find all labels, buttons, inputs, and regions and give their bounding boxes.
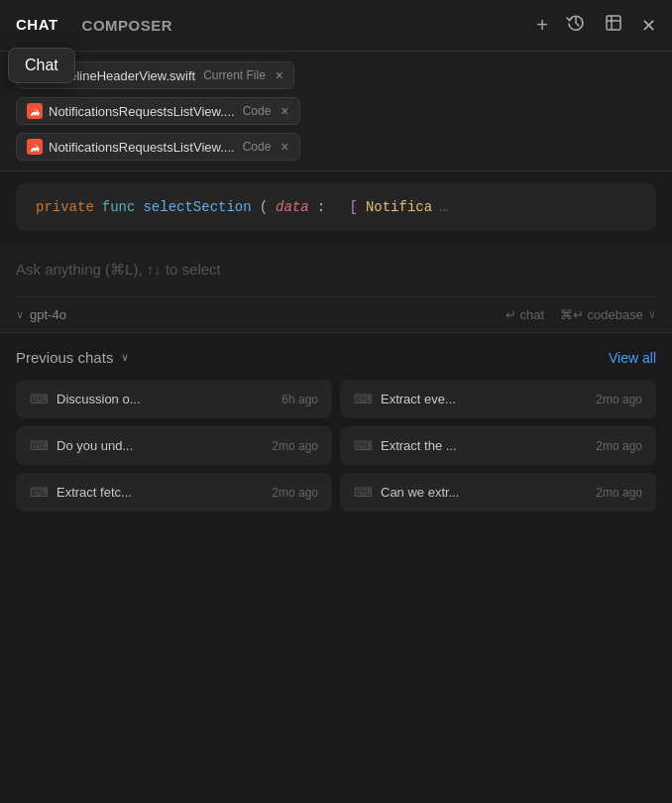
- chat-item-time-3: 2mo ago: [596, 439, 642, 453]
- file-tag-row-2: NotificationsRequestsListView.... Code ×: [16, 97, 656, 125]
- input-footer: ∨ gpt-4o ↵ chat ⌘↵ codebase ∨: [16, 296, 656, 322]
- action-chat[interactable]: ↵ chat: [505, 307, 544, 322]
- code-block: private func selectSection(data: [Notifi…: [16, 183, 656, 231]
- chat-item-4[interactable]: ⌨ Extract fetc... 2mo ago: [16, 473, 332, 512]
- param-name: data: [276, 199, 309, 215]
- chat-grid: ⌨ Discussion o... 6h ago ⌨ Extract eve..…: [16, 380, 656, 512]
- input-actions: ↵ chat ⌘↵ codebase ∨: [505, 307, 656, 322]
- prev-chats-chevron: ∨: [121, 351, 129, 364]
- chat-item-title-0: Discussion o...: [56, 392, 274, 406]
- file-tag-1-close[interactable]: ×: [276, 67, 283, 83]
- file-tag-3[interactable]: NotificationsRequestsListView.... Code ×: [16, 133, 300, 161]
- chat-item-title-3: Extract the ...: [381, 438, 588, 453]
- chat-item-3[interactable]: ⌨ Extract the ... 2mo ago: [340, 426, 656, 465]
- bracket-open: [: [349, 199, 357, 215]
- model-name: gpt-4o: [30, 307, 66, 322]
- prev-chats-label: Previous chats: [16, 349, 113, 366]
- action-chat-label: ↵ chat: [505, 307, 544, 322]
- function-name: selectSection: [143, 199, 251, 215]
- history-icon[interactable]: [566, 13, 586, 38]
- input-area: Ask anything (⌘L), ↑↓ to select ∨ gpt-4o…: [0, 243, 672, 332]
- svg-rect-2: [27, 103, 43, 119]
- view-all-link[interactable]: View all: [609, 350, 656, 366]
- file-tag-row-3: NotificationsRequestsListView.... Code ×: [16, 133, 656, 161]
- close-icon[interactable]: ✕: [641, 15, 656, 37]
- chat-item-time-4: 2mo ago: [272, 486, 318, 500]
- prev-chats-title[interactable]: Previous chats ∨: [16, 349, 129, 366]
- type-name: Notifica: [366, 199, 432, 215]
- chat-item-2[interactable]: ⌨ Do you und... 2mo ago: [16, 426, 332, 465]
- chat-item-1[interactable]: ⌨ Extract eve... 2mo ago: [340, 380, 656, 418]
- action-codebase-chevron: ∨: [648, 308, 656, 321]
- prev-chats-section: Previous chats ∨ View all ⌨ Discussion o…: [0, 333, 672, 521]
- file-tags-area: TimelineHeaderView.swift Current File × …: [0, 52, 672, 172]
- file-tag-1-type: Current File: [203, 68, 266, 82]
- tab-chat[interactable]: CHAT: [16, 0, 70, 51]
- file-tag-row-1: TimelineHeaderView.swift Current File ×: [16, 61, 656, 89]
- chat-icon-5: ⌨: [354, 485, 373, 500]
- chat-item-5[interactable]: ⌨ Can we extr... 2mo ago: [340, 473, 656, 512]
- file-tag-2[interactable]: NotificationsRequestsListView.... Code ×: [16, 97, 300, 125]
- action-codebase[interactable]: ⌘↵ codebase ∨: [560, 307, 656, 322]
- chat-item-time-0: 6h ago: [281, 393, 318, 406]
- prev-chats-header: Previous chats ∨ View all: [16, 349, 656, 366]
- code-line: private func selectSection(data: [Notifi…: [36, 199, 636, 215]
- chat-icon-1: ⌨: [354, 392, 373, 406]
- keyword-private: private: [36, 199, 94, 215]
- chat-icon-0: ⌨: [30, 392, 49, 406]
- chat-icon-4: ⌨: [30, 485, 49, 500]
- nav-actions: + ✕: [536, 13, 656, 38]
- chat-item-title-4: Extract fetc...: [56, 485, 264, 500]
- chat-icon-3: ⌨: [354, 438, 373, 453]
- tab-composer[interactable]: COMPOSER: [70, 0, 185, 51]
- ask-placeholder[interactable]: Ask anything (⌘L), ↑↓ to select: [16, 257, 656, 283]
- model-selector[interactable]: ∨ gpt-4o: [16, 307, 66, 322]
- chat-item-title-1: Extract eve...: [381, 392, 588, 406]
- chat-item-time-1: 2mo ago: [596, 393, 642, 406]
- file-tag-3-label: NotificationsRequestsListView....: [49, 140, 235, 155]
- file-tag-2-label: NotificationsRequestsListView....: [49, 104, 235, 119]
- chat-item-0[interactable]: ⌨ Discussion o... 6h ago: [16, 380, 332, 418]
- chat-tooltip: Chat: [8, 48, 75, 83]
- file-tag-2-type: Code: [243, 104, 272, 118]
- model-chevron-prefix: ∨: [16, 308, 24, 321]
- add-icon[interactable]: +: [536, 14, 548, 37]
- file-tag-3-type: Code: [243, 140, 272, 154]
- file-tag-3-close[interactable]: ×: [280, 139, 288, 155]
- expand-icon[interactable]: [604, 13, 623, 38]
- svg-rect-3: [27, 139, 43, 155]
- top-nav: CHAT COMPOSER + ✕: [0, 0, 672, 52]
- action-codebase-label: ⌘↵ codebase: [560, 307, 643, 322]
- chat-item-title-2: Do you und...: [56, 438, 264, 453]
- chat-item-time-5: 2mo ago: [596, 486, 642, 500]
- chat-item-time-2: 2mo ago: [272, 439, 318, 453]
- keyword-func: func: [102, 199, 136, 215]
- svg-rect-0: [607, 16, 620, 30]
- chat-item-title-5: Can we extr...: [381, 485, 588, 500]
- chat-icon-2: ⌨: [30, 438, 49, 453]
- file-tag-2-close[interactable]: ×: [280, 103, 288, 119]
